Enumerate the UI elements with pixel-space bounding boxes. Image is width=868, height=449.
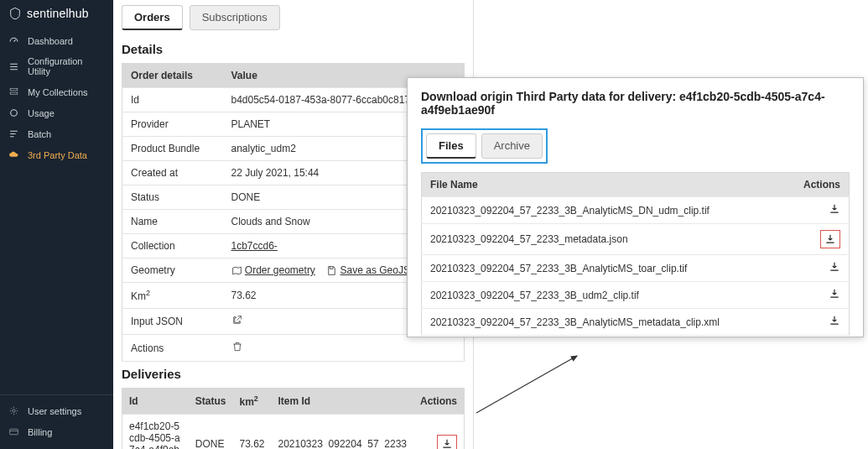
- file-name: 20210323_092204_57_2233_3B_AnalyticMS_to…: [422, 255, 785, 282]
- deliveries-table: Id Status km2 Item Id Actions e4f1cb20-5…: [122, 388, 465, 449]
- svg-rect-4: [10, 429, 18, 435]
- usage-icon: [8, 107, 19, 118]
- sliders-icon: [8, 61, 19, 72]
- delivery-download-button[interactable]: [437, 435, 457, 449]
- sidebar-label: 3rd Party Data: [28, 150, 87, 160]
- details-key-inputjson: Input JSON: [122, 309, 223, 335]
- collections-icon: [8, 86, 19, 97]
- details-key-bundle: Product Bundle: [122, 137, 223, 161]
- svg-rect-1: [10, 92, 18, 94]
- svg-point-3: [13, 410, 15, 412]
- file-row: 20210323_092204_57_2233_3B_udm2_clip.tif: [422, 282, 850, 309]
- details-key-id: Id: [122, 88, 223, 112]
- cloud-upload-icon: [8, 149, 19, 160]
- files-table: File Name Actions 20210323_092204_57_223…: [421, 172, 850, 336]
- trash-icon[interactable]: [231, 341, 243, 352]
- sidebar-label: Batch: [28, 129, 51, 139]
- sidebar-item-batch[interactable]: Batch: [0, 123, 113, 144]
- download-icon: [829, 203, 840, 215]
- download-modal: Download origin Third Party data for del…: [407, 77, 864, 337]
- brand-name: sentinelhub: [27, 7, 89, 20]
- details-key-collection: Collection: [122, 234, 223, 258]
- sidebar-label: Billing: [28, 427, 52, 437]
- download-icon: [829, 288, 840, 300]
- sidebar-item-3rd-party-data[interactable]: 3rd Party Data: [0, 144, 113, 165]
- file-download-button[interactable]: [829, 288, 840, 300]
- download-icon: [829, 261, 840, 273]
- sidebar-bottom: User settings Billing: [0, 394, 113, 449]
- details-col-key: Order details: [122, 64, 223, 88]
- deliv-col-actions: Actions: [413, 389, 465, 415]
- file-row: 20210323_092204_57_2233_metadata.json: [422, 224, 850, 255]
- details-heading: Details: [122, 42, 465, 56]
- modal-tabs: Files Archive: [421, 128, 548, 164]
- sidebar-label: My Collections: [28, 87, 88, 97]
- sidebar-item-user-settings[interactable]: User settings: [0, 400, 113, 421]
- file-name: 20210323_092204_57_2233_metadata.json: [422, 224, 785, 255]
- sidebar-item-dashboard[interactable]: Dashboard: [0, 30, 113, 51]
- sidebar-nav: Dashboard Configuration Utility My Colle…: [0, 30, 113, 165]
- details-key-status: Status: [122, 185, 223, 210]
- order-geometry-link[interactable]: Order geometry: [245, 264, 315, 276]
- sidebar-item-billing[interactable]: Billing: [0, 421, 113, 442]
- file-download-button[interactable]: [829, 203, 840, 215]
- details-key-km2: Km2: [122, 283, 223, 309]
- card-icon: [8, 426, 19, 437]
- sidebar-item-configuration[interactable]: Configuration Utility: [0, 51, 113, 81]
- delivery-item: 20210323_092204_57_2233: [271, 415, 413, 449]
- sidebar-item-usage[interactable]: Usage: [0, 102, 113, 123]
- tab-orders[interactable]: Orders: [122, 5, 183, 30]
- file-row: 20210323_092204_57_2233_3B_AnalyticMS_to…: [422, 255, 850, 282]
- delivery-id: e4f1cb20-5cdb-4505-a7c4-a4f9eb1ae90f: [122, 415, 189, 449]
- save-icon: [326, 265, 337, 276]
- files-col-actions: Actions: [785, 173, 850, 197]
- file-download-button[interactable]: [829, 261, 840, 273]
- deliveries-heading: Deliveries: [122, 367, 465, 381]
- svg-rect-0: [10, 89, 18, 91]
- file-download-button[interactable]: [829, 315, 840, 326]
- file-name: 20210323_092204_57_2233_3B_AnalyticMS_DN…: [422, 197, 785, 224]
- file-row: 20210323_092204_57_2233_3B_AnalyticMS_me…: [422, 309, 850, 336]
- sidebar-item-collections[interactable]: My Collections: [0, 81, 113, 102]
- gear-icon: [8, 405, 19, 416]
- brand: sentinelhub: [0, 0, 113, 30]
- details-key-name: Name: [122, 210, 223, 234]
- files-col-name: File Name: [422, 173, 785, 197]
- sidebar-label: Configuration Utility: [28, 56, 105, 76]
- tab-subscriptions[interactable]: Subscriptions: [190, 5, 280, 30]
- svg-line-5: [476, 356, 577, 413]
- download-icon: [824, 233, 836, 245]
- sidebar-label: User settings: [28, 406, 81, 416]
- file-name: 20210323_092204_57_2233_3B_udm2_clip.tif: [422, 282, 785, 309]
- deliv-col-item: Item Id: [271, 389, 413, 415]
- sidebar-label: Usage: [28, 108, 55, 118]
- file-download-button[interactable]: [820, 230, 840, 248]
- collection-link[interactable]: 1cb7ccd6-: [231, 240, 278, 252]
- sidebar-label: Dashboard: [28, 36, 73, 46]
- deliv-col-status: Status: [189, 389, 233, 415]
- file-row: 20210323_092204_57_2233_3B_AnalyticMS_DN…: [422, 197, 850, 224]
- modal-title: Download origin Third Party data for del…: [421, 90, 850, 117]
- brand-logo-icon: [8, 7, 22, 20]
- details-key-geometry: Geometry: [122, 258, 223, 283]
- deliv-col-id: Id: [122, 389, 189, 415]
- download-icon: [441, 438, 453, 449]
- delivery-row: e4f1cb20-5cdb-4505-a7c4-a4f9eb1ae90f DON…: [122, 415, 465, 449]
- details-key-provider: Provider: [122, 112, 223, 137]
- annotation-arrow: [470, 352, 587, 420]
- external-link-icon[interactable]: [231, 315, 242, 326]
- file-name: 20210323_092204_57_2233_3B_AnalyticMS_me…: [422, 309, 785, 336]
- batch-icon: [8, 128, 19, 139]
- map-icon: [231, 265, 242, 276]
- modal-tab-archive[interactable]: Archive: [481, 133, 543, 159]
- delivery-km2: 73.62: [232, 415, 271, 449]
- svg-point-2: [11, 110, 18, 117]
- download-icon: [829, 315, 840, 326]
- deliv-col-km2: km2: [232, 389, 271, 415]
- delivery-status: DONE: [189, 415, 233, 449]
- details-key-actions: Actions: [122, 335, 223, 362]
- sidebar: sentinelhub Dashboard Configuration Util…: [0, 0, 113, 449]
- modal-tab-files[interactable]: Files: [426, 133, 476, 159]
- details-key-created: Created at: [122, 161, 223, 185]
- gauge-icon: [8, 35, 19, 46]
